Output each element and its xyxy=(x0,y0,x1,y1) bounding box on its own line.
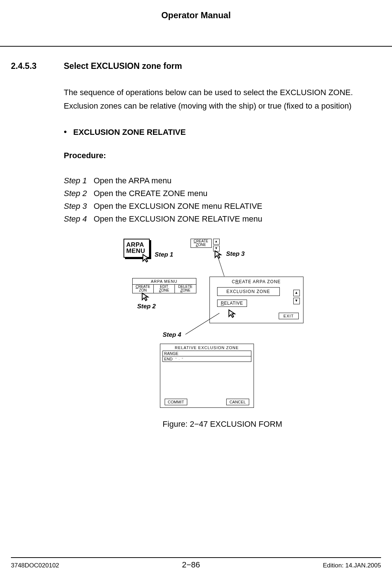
page-title: Operator Manual xyxy=(0,0,392,20)
step4-label: Step 4 xyxy=(163,331,181,339)
footer-doc-id: 3748DOC020102 xyxy=(11,562,59,569)
create-zone-small: CREATEZONE xyxy=(191,239,212,248)
step-text: Open the CREATE ZONE menu xyxy=(94,187,208,200)
cursor-icon xyxy=(214,250,223,259)
step2-label: Step 2 xyxy=(137,303,156,310)
section-number: 2.4.5.3 xyxy=(11,61,64,71)
arpa-menu-bar-title: ARPA MENU xyxy=(133,278,196,285)
commit-button: COMMIT xyxy=(165,399,188,405)
intro-paragraph: The sequence of operations below can be … xyxy=(64,86,381,113)
steps-list: Step 1 Open the ARPA menu Step 2 Open th… xyxy=(64,174,381,226)
up-arrow-icon: ▲ xyxy=(293,290,300,296)
delete-zone-cell: DELETEZONE xyxy=(175,285,196,293)
caz-title: CREATE ARPA ZONE xyxy=(210,277,303,284)
caz-updown: ▲ ▼ xyxy=(293,290,300,306)
step-text: Open the EXCLUSION ZONE menu RELATIVE xyxy=(94,200,262,212)
step3-label: Step 3 xyxy=(226,250,245,258)
caz-field: EXCLUSION ZONE xyxy=(217,287,280,296)
rez-end-value: " . " xyxy=(176,357,184,360)
cancel-button: CANCEL xyxy=(226,399,249,405)
figure: ARPAMENU Step 1 CREATEZONE ▲ ▼ Step 3 xyxy=(121,239,325,410)
footer-edition: Edition: 14.JAN.2005 xyxy=(323,562,381,569)
rez-end-row: END " . " xyxy=(162,356,251,362)
connector-line xyxy=(185,313,219,334)
procedure-heading: Procedure: xyxy=(64,151,381,160)
footer: 3748DOC020102 2−86 Edition: 14.JAN.2005 xyxy=(0,557,392,570)
step-row: Step 2 Open the CREATE ZONE menu xyxy=(64,187,381,200)
caz-relative: RELATIVE xyxy=(217,300,247,307)
step-label: Step 1 xyxy=(64,174,94,187)
step-label: Step 2 xyxy=(64,187,94,200)
step-label: Step 3 xyxy=(64,200,94,212)
step-text: Open the EXCLUSION ZONE RELATIVE menu xyxy=(94,212,262,225)
figure-caption: Figure: 2−47 EXCLUSION FORM xyxy=(64,419,381,429)
section-title: Select EXCLUSION zone form xyxy=(64,61,182,71)
footer-page-number: 2−86 xyxy=(182,560,200,570)
bullet-icon: • xyxy=(64,128,73,136)
arpa-menu-bar: ARPA MENU CREATEZON EDITZONE DELETEZONE xyxy=(132,278,196,293)
step-row: Step 3 Open the EXCLUSION ZONE menu RELA… xyxy=(64,200,381,212)
step1-label: Step 1 xyxy=(155,251,173,258)
rez-end-label: END xyxy=(164,357,173,361)
edit-zone-cell: EDITZONE xyxy=(154,285,175,293)
rez-title: RELATIVE EXCLUSION ZONE xyxy=(160,344,254,351)
cursor-icon xyxy=(228,309,237,318)
rez-range-row: RANGE xyxy=(162,351,251,356)
footer-rule xyxy=(11,557,381,558)
down-arrow-icon: ▼ xyxy=(293,298,300,304)
up-arrow-icon: ▲ xyxy=(213,239,220,245)
cursor-icon xyxy=(141,292,150,301)
cursor-icon xyxy=(142,253,151,263)
bullet-text: EXCLUSION ZONE RELATIVE xyxy=(73,128,186,137)
step-row: Step 1 Open the ARPA menu xyxy=(64,174,381,187)
step-label: Step 4 xyxy=(64,212,94,225)
caz-exit: EXIT xyxy=(279,313,298,319)
step-row: Step 4 Open the EXCLUSION ZONE RELATIVE … xyxy=(64,212,381,225)
relative-exclusion-zone-panel: RELATIVE EXCLUSION ZONE RANGE END " . " … xyxy=(160,344,254,408)
create-arpa-zone-panel: CREATE ARPA ZONE EXCLUSION ZONE RELATIVE… xyxy=(209,277,303,323)
connector-line xyxy=(218,258,224,276)
step-text: Open the ARPA menu xyxy=(94,174,172,187)
